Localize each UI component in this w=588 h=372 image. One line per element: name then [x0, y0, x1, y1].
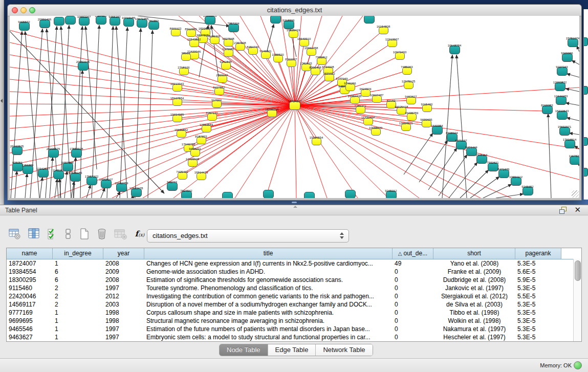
cell-pagerank[interactable]: 5.3E-5 — [515, 333, 561, 341]
network-node[interactable]: 8912955 — [186, 29, 196, 37]
column-header-short[interactable]: short — [433, 248, 515, 259]
table-row[interactable]: 1872400712008Changes of HCN gene express… — [7, 259, 581, 268]
cell-pagerank[interactable]: 5.3E-5 — [515, 309, 561, 317]
network-node[interactable]: 1145193 — [53, 170, 64, 179]
network-node[interactable]: 8187833 — [197, 137, 206, 144]
network-node[interactable]: 16154808 — [379, 27, 388, 34]
cell-pagerank[interactable]: 5.6E-5 — [515, 268, 561, 276]
column-header-name[interactable]: name — [7, 248, 53, 259]
cell-year[interactable]: 2008 — [103, 276, 144, 284]
panel-resize-caret[interactable] — [293, 206, 297, 208]
background-window-sliver[interactable] — [583, 9, 588, 200]
network-node[interactable]: 16033809 — [205, 16, 215, 25]
network-node[interactable]: 9242848 — [221, 62, 231, 70]
network-node[interactable]: 10653267 — [79, 17, 90, 26]
table-row[interactable]: 946554611997Estimation of the future num… — [7, 325, 581, 333]
network-node[interactable]: 3624574 — [361, 89, 371, 97]
network-node[interactable]: 7857224 — [228, 24, 239, 32]
network-node[interactable]: 10607487 — [372, 95, 382, 103]
cell-title[interactable]: Tourette syndrome. Phenomenology and cla… — [144, 284, 393, 292]
cell-short[interactable]: Dudbridge et al. (2008) — [433, 276, 515, 284]
cell-pagerank[interactable]: 5.3E-5 — [515, 259, 561, 268]
network-node[interactable] — [263, 190, 274, 199]
network-node[interactable]: 16210643 — [557, 111, 568, 120]
network-node[interactable]: 8601123 — [171, 29, 181, 36]
network-node[interactable]: 12093832 — [555, 82, 565, 91]
cell-year[interactable]: 2009 — [103, 268, 144, 276]
close-panel-icon[interactable]: ✕ — [574, 205, 581, 214]
network-node[interactable]: 9227343 — [557, 67, 568, 76]
cell-pagerank[interactable]: 5.3E-5 — [515, 325, 561, 333]
network-node[interactable]: 2803144 — [217, 75, 227, 83]
network-node[interactable]: 2718126 — [179, 68, 189, 75]
network-node[interactable]: 9498222 — [190, 149, 200, 157]
network-node[interactable] — [222, 192, 233, 199]
cell-title[interactable]: Investigating the contribution of common… — [144, 292, 393, 300]
network-node[interactable]: 15692971 — [559, 127, 570, 136]
table-row[interactable]: 1456911722003Disruption of a novel membe… — [7, 300, 581, 309]
network-node[interactable]: 9245652 — [522, 187, 533, 195]
new-column-icon[interactable] — [78, 227, 91, 240]
table-row[interactable]: 946362711997Embryonic stem cells: a mode… — [7, 333, 581, 341]
select-columns-icon[interactable] — [46, 227, 59, 240]
table-row[interactable]: 1830029562008Estimation of significance … — [7, 276, 581, 284]
network-node[interactable]: 12213967 — [387, 39, 397, 47]
cell-out_degree[interactable]: 0 — [393, 268, 433, 276]
cell-name[interactable]: 19384554 — [7, 268, 53, 276]
column-header-out_degree[interactable]: △out_de... — [393, 248, 433, 259]
cell-short[interactable]: Jankovic et al. (1997) — [433, 284, 515, 292]
network-node[interactable]: 10654112 — [511, 177, 521, 186]
network-node[interactable]: 945773 — [167, 182, 178, 191]
network-node[interactable]: 16782759 — [116, 183, 127, 192]
network-hub-node[interactable]: 18724007 — [289, 101, 300, 110]
network-node[interactable] — [345, 190, 356, 199]
cell-name[interactable]: 9465546 — [7, 325, 53, 333]
cell-pagerank[interactable]: 5.5E-5 — [515, 292, 561, 300]
cell-in_degree[interactable]: 1 — [53, 325, 103, 333]
network-node[interactable]: 8267130 — [207, 113, 217, 121]
cell-out_degree[interactable]: 0 — [393, 292, 433, 300]
cell-title[interactable]: Estimation of the future numbers of pati… — [144, 325, 393, 333]
network-node[interactable]: 1588520 — [273, 55, 283, 62]
cell-name[interactable]: 18300295 — [7, 276, 53, 284]
network-node[interactable]: 12342737 — [38, 169, 49, 178]
network-node[interactable]: 10973493 — [395, 52, 405, 60]
cell-short[interactable]: Nakamura et al. (1997) — [433, 325, 515, 333]
network-canvas[interactable]: 9405572203914061065326715276029466160107… — [10, 16, 579, 198]
network-node[interactable]: 24364436 — [350, 96, 360, 104]
network-node[interactable]: 9466160 — [110, 17, 120, 26]
network-node[interactable]: 12353584 — [202, 125, 211, 133]
cell-in_degree[interactable]: 1 — [53, 317, 103, 325]
tab-edge-table[interactable]: Edge Table — [268, 344, 316, 356]
window-titlebar[interactable]: citations_edges.txt — [8, 5, 581, 16]
network-node[interactable]: 19166852 — [177, 130, 186, 138]
network-node[interactable]: 9146821 — [261, 51, 271, 59]
network-node[interactable]: 18107554 — [172, 98, 182, 106]
table-row[interactable]: 969969511998Structural magnetic resonanc… — [7, 317, 581, 325]
scrollbar-thumb[interactable] — [575, 260, 581, 281]
network-node[interactable]: 10688639 — [371, 128, 381, 136]
network-node[interactable]: 8186328 — [210, 36, 220, 44]
cell-pagerank[interactable]: 5.9E-5 — [515, 276, 561, 284]
horizontal-splitter-handle[interactable] — [292, 202, 297, 203]
network-node[interactable]: 781553 — [148, 21, 159, 30]
network-node[interactable]: 1640954 — [432, 126, 443, 135]
network-node[interactable]: 10719186 — [123, 18, 134, 27]
network-node[interactable]: 7955812 — [317, 57, 326, 65]
table-row[interactable]: 977716911998Corpus callosum shape and si… — [7, 309, 581, 317]
network-node[interactable]: 20953346 — [78, 62, 89, 71]
network-node[interactable]: 2935114 — [476, 155, 487, 164]
delete-table-icon[interactable] — [114, 227, 127, 240]
row-toggle-icon[interactable] — [61, 227, 75, 240]
cell-year[interactable]: 2003 — [103, 300, 144, 309]
cell-out_degree[interactable]: 0 — [393, 300, 433, 309]
tab-node-table[interactable]: Node Table — [220, 344, 268, 356]
network-node[interactable]: 9097588 — [62, 163, 73, 171]
cell-title[interactable]: Changes of HCN gene expression and I(f) … — [144, 259, 393, 268]
cell-in_degree[interactable]: 6 — [53, 268, 103, 276]
cell-short[interactable]: Yano et al. (2008) — [433, 259, 515, 268]
column-header-year[interactable]: year — [103, 248, 144, 259]
network-node[interactable]: 1156889 — [23, 165, 33, 174]
network-node[interactable]: 9115460 — [422, 104, 432, 112]
network-node[interactable]: 9827548 — [224, 39, 233, 47]
